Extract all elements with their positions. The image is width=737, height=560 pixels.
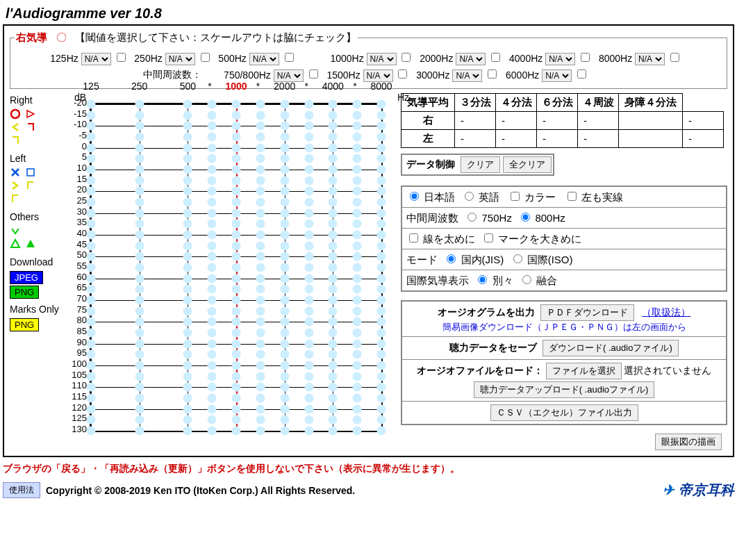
jpeg-button[interactable]: JPEG — [10, 271, 43, 284]
freq-500Hz-select[interactable]: N/A — [249, 53, 279, 65]
mid-freq-opt-label: 中間周波数 — [406, 212, 458, 224]
png-button[interactable]: PNG — [10, 286, 39, 299]
right-air-masked-icon[interactable] — [25, 108, 36, 120]
freq-6000Hz-select[interactable]: N/A — [542, 69, 572, 82]
other-tri-fill-icon[interactable] — [25, 238, 36, 249]
yaxis-115: 115 — [70, 391, 87, 402]
thick-line-checkbox[interactable]: 線を太めに — [406, 233, 475, 245]
freq-125Hz-select[interactable]: N/A — [81, 53, 111, 65]
hz-axis-label: Hz — [397, 92, 409, 103]
freq-250Hz-select[interactable]: N/A — [165, 53, 195, 65]
data-control-box: データ制御 クリア 全クリア — [401, 154, 554, 176]
howto-link[interactable]: （取扱法） — [642, 306, 690, 318]
intl-sep-radio[interactable]: 別々 — [474, 274, 513, 286]
xaxis-4000: 4000 — [319, 81, 347, 92]
yaxis-90: 90 — [70, 337, 87, 347]
easy-download-note: 簡易画像ダウンロード（ＪＰＥＧ・ＰＮＧ）は左の画面から — [442, 322, 686, 332]
left-bone-masked-icon[interactable] — [25, 180, 36, 191]
csv-export-button[interactable]: ＣＳＶ（エクセル）ファイル出力 — [490, 404, 638, 421]
freq-4000Hz-select[interactable]: N/A — [545, 53, 575, 65]
nystagmus-button[interactable]: 眼振図の描画 — [655, 434, 722, 450]
legend-instruction: 【閾値を選択して下さい：スケールアウトは脇にチェック】 — [75, 31, 356, 43]
freq-4000Hz-scaleout[interactable] — [581, 53, 590, 62]
freq-1000Hz-select[interactable]: N/A — [367, 53, 397, 65]
freq-8000Hz-scaleout[interactable] — [670, 53, 679, 62]
yaxis-75: 75 — [70, 304, 87, 315]
yaxis-95: 95 — [70, 347, 87, 358]
yaxis-105: 105 — [70, 370, 87, 380]
freq-750/800Hz-scaleout[interactable] — [309, 69, 318, 79]
big-marks-checkbox[interactable]: マークを大きめに — [481, 233, 581, 245]
audiogram-chart[interactable]: dB Hz 1252505001000200040008000****-20-1… — [90, 93, 395, 434]
clear-all-button[interactable]: 全クリア — [503, 156, 552, 173]
yaxis-35: 35 — [70, 217, 87, 227]
mid-800-radio[interactable]: 800Hz — [517, 212, 565, 224]
yaxis--15: -15 — [70, 108, 87, 119]
yaxis-110: 110 — [70, 380, 87, 390]
left-air-icon[interactable] — [10, 167, 21, 178]
yaxis-55: 55 — [70, 261, 87, 271]
yaxis-0: 0 — [70, 141, 87, 151]
threshold-legend: 右気導 〇 【閾値を選択して下さい：スケールアウトは脇にチェック】 — [15, 31, 358, 44]
yaxis-65: 65 — [70, 282, 87, 293]
intl-merge-radio[interactable]: 融合 — [519, 274, 557, 286]
freq-2000Hz-scaleout[interactable] — [491, 53, 500, 62]
browser-warning: ブラウザの「戻る」・「再読み込み（更新）」ボタンを使用しないで下さい（表示に異常… — [3, 463, 460, 475]
freq-6000Hz-scaleout[interactable] — [577, 69, 586, 79]
right-bone-masked-icon[interactable] — [25, 122, 36, 133]
svg-rect-1 — [27, 169, 34, 176]
xaxis-125: 125 — [77, 81, 105, 92]
other-tri-icon[interactable] — [10, 238, 21, 249]
left-solid-checkbox[interactable]: 左も実線 — [565, 191, 623, 203]
legend-ear-label: 右気導 — [16, 31, 47, 43]
mode-jis-radio[interactable]: 国内(JIS) — [443, 254, 504, 265]
freq-3000Hz-select[interactable]: N/A — [452, 69, 482, 82]
freq-1500Hz-scaleout[interactable] — [398, 69, 407, 79]
freq-250Hz-scaleout[interactable] — [201, 53, 210, 62]
mid-freq-label: 中間周波数： — [143, 69, 201, 81]
lang-jp-radio[interactable]: 日本語 — [406, 191, 455, 203]
yaxis-50: 50 — [70, 249, 87, 260]
yaxis--5: -5 — [70, 130, 87, 140]
upload-audio-button[interactable]: 聴力データアップロード( .audioファイル) — [474, 381, 655, 398]
right-air-icon[interactable] — [10, 108, 21, 120]
legend-mark-icon: 〇 — [56, 31, 67, 43]
yaxis-125: 125 — [70, 413, 87, 423]
freq-500Hz-scaleout[interactable] — [285, 53, 294, 62]
freq-125Hz-scaleout[interactable] — [117, 53, 126, 62]
yaxis-100: 100 — [70, 359, 87, 369]
mid-750-radio[interactable]: 750Hz — [464, 212, 512, 224]
star-icon: * — [208, 81, 211, 92]
main-panel: 右気導 〇 【閾値を選択して下さい：スケールアウトは脇にチェック】 125Hz … — [3, 24, 734, 457]
freq-3000Hz-scaleout[interactable] — [488, 69, 497, 79]
download-audio-button[interactable]: ダウンロード( .audioファイル) — [543, 340, 679, 356]
yaxis-70: 70 — [70, 293, 87, 304]
pdf-download-button[interactable]: ＰＤＦダウンロード — [540, 304, 634, 321]
mode-iso-radio[interactable]: 国際(ISO) — [510, 254, 573, 265]
xaxis-250: 250 — [126, 81, 154, 92]
usage-button[interactable]: 使用法 — [3, 482, 40, 498]
yaxis-40: 40 — [70, 228, 87, 238]
mode-label: モード — [406, 254, 438, 265]
clear-button[interactable]: クリア — [461, 156, 500, 173]
choose-file-button[interactable]: ファイルを選択 — [546, 363, 622, 379]
yaxis-130: 130 — [70, 424, 87, 434]
lang-en-radio[interactable]: 英語 — [461, 191, 499, 203]
right-nr-icon[interactable] — [10, 135, 21, 146]
yaxis-25: 25 — [70, 195, 87, 206]
no-file-text: 選択されていません — [624, 365, 711, 376]
other-down-icon[interactable] — [10, 225, 21, 236]
right-bone-icon[interactable] — [10, 122, 21, 133]
logo: ✈ 帝京耳科 — [663, 481, 734, 500]
left-air-masked-icon[interactable] — [25, 167, 36, 178]
freq-2000Hz-select[interactable]: N/A — [456, 53, 486, 65]
freq-8000Hz-select[interactable]: N/A — [635, 53, 665, 65]
png-marks-button[interactable]: PNG — [10, 318, 39, 331]
star-icon: * — [305, 81, 308, 92]
left-nr-icon[interactable] — [10, 193, 21, 204]
logo-icon: ✈ — [663, 482, 674, 497]
output-audiogram-label: オージオグラムを出力 — [438, 306, 535, 318]
freq-1000Hz-scaleout[interactable] — [401, 53, 411, 62]
color-checkbox[interactable]: カラー — [508, 191, 556, 203]
left-bone-icon[interactable] — [10, 180, 21, 191]
